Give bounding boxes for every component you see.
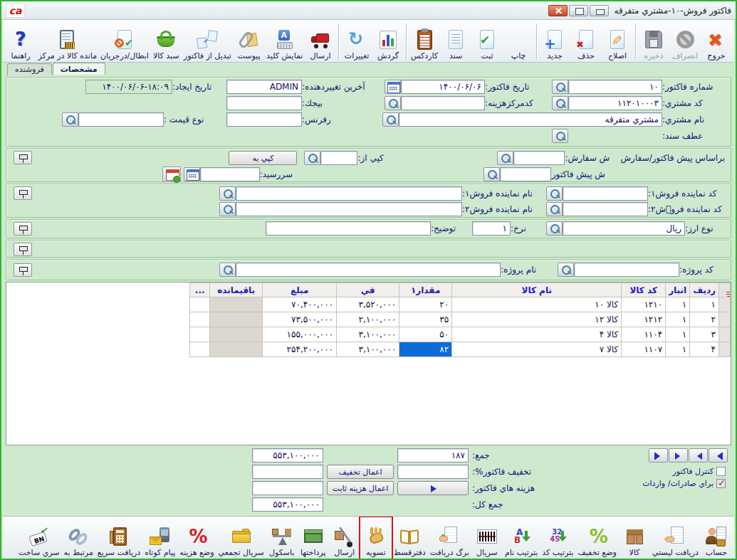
project-name-search-icon[interactable] — [219, 263, 236, 277]
cell-item-name[interactable]: کالا ۴ — [452, 327, 622, 342]
cell-warehouse[interactable]: ۱ — [666, 297, 690, 312]
toolbar-kardex[interactable]: کاردکس — [409, 21, 440, 62]
note-field[interactable] — [266, 221, 431, 236]
toolbar-sms[interactable]: پيام کوتاه — [142, 517, 177, 559]
minimize-button[interactable] — [590, 5, 609, 16]
project-name-field[interactable] — [236, 263, 501, 277]
rep2-name-search-icon[interactable] — [219, 202, 236, 216]
toolbar-void-inprogress[interactable]: ابطال/درجريان — [99, 21, 151, 62]
first-record-button[interactable] — [709, 448, 728, 463]
customer-name-field[interactable]: مشتري متفرقه — [399, 112, 662, 127]
toolbar-cancel[interactable]: انصراف — [669, 21, 701, 62]
cell-more[interactable] — [190, 327, 210, 342]
cell-unit-price[interactable]: ۳,۵۲۰,۰۰۰ — [337, 297, 399, 312]
cell-warehouse[interactable]: ۱ — [666, 327, 690, 342]
cell-item-name[interactable]: کالا ۷ — [452, 342, 622, 357]
filter-icon[interactable] — [719, 283, 731, 297]
cell-more[interactable] — [190, 312, 210, 327]
rep1-name-search-icon[interactable] — [219, 186, 236, 201]
proforma-no-search-icon[interactable] — [484, 167, 500, 181]
due-date-schedule-icon[interactable] — [162, 167, 181, 182]
cell-more[interactable] — [190, 342, 210, 357]
cell-qty-selected[interactable]: ۸۲ — [399, 342, 452, 357]
pin-icon[interactable] — [14, 186, 32, 200]
toolbar-discount-status[interactable]: وضع تخفيف — [575, 517, 618, 559]
currency-field[interactable]: ريال — [563, 221, 685, 236]
toolbar-dispatch[interactable]: ارسال — [329, 517, 360, 559]
pin-icon[interactable] — [14, 151, 32, 164]
invoice-no-search-icon[interactable] — [552, 80, 568, 94]
toolbar-exit[interactable]: خروج — [701, 21, 732, 62]
invoice-no-field[interactable]: ۱۰ — [568, 80, 662, 94]
toolbar-quick-receive[interactable]: دريافت سريع — [95, 517, 142, 559]
cell-qty[interactable]: ۵۰ — [399, 327, 452, 342]
proforma-no-field[interactable] — [500, 167, 551, 181]
cell-more[interactable] — [190, 297, 210, 312]
cell-amount[interactable]: ۱۵۵,۰۰۰,۰۰۰ — [263, 327, 337, 342]
cell-warehouse[interactable]: ۱ — [666, 342, 690, 357]
toolbar-payments[interactable]: پرداختها — [298, 517, 329, 559]
project-code-search-icon[interactable] — [558, 263, 574, 277]
cell-unit-price[interactable]: ۲,۱۰۰,۰۰۰ — [337, 312, 399, 327]
toolbar-installment-book[interactable]: دفترقسط — [392, 517, 428, 559]
toolbar-receipt-sheet[interactable]: برگ دريافت — [428, 517, 471, 559]
due-date-field[interactable] — [200, 167, 260, 181]
cell-item-code[interactable]: ۱۱۰۴ — [622, 327, 666, 342]
toolbar-list-receive[interactable]: دريافت ليستي — [650, 517, 701, 559]
apply-discount-button[interactable]: اعمال تخفيف — [327, 465, 394, 479]
cell-qty[interactable]: ۲۰ — [399, 297, 452, 312]
cost-center-search-icon[interactable] — [385, 96, 401, 110]
toolbar-changes[interactable]: تغييرات — [341, 21, 372, 62]
discount-amount-field[interactable] — [252, 465, 323, 479]
cell-row[interactable]: ۳ — [690, 327, 719, 342]
apply-fixed-cost-button[interactable]: اعمال هزينه ثابت — [327, 481, 394, 495]
tab-specifications[interactable]: مشخصات — [53, 63, 105, 75]
toolbar-circulation[interactable]: گردش — [372, 21, 404, 62]
rep1-name-field[interactable] — [236, 186, 462, 201]
toolbar-document[interactable]: سند — [440, 21, 471, 62]
pin-icon[interactable] — [14, 243, 32, 256]
toolbar-stock-balance[interactable]: مانده کالا در مرکز — [36, 21, 99, 62]
price-type-search-icon[interactable] — [62, 112, 78, 127]
toolbar-related-to[interactable]: مرتبط به — [62, 517, 95, 559]
invoice-costs-button[interactable] — [397, 481, 469, 495]
customer-name-search-icon[interactable] — [382, 112, 399, 127]
toolbar-submit[interactable]: ثبت — [471, 21, 503, 62]
cell-row[interactable]: ۲ — [690, 312, 719, 327]
toolbar-send[interactable]: ارسال — [305, 21, 336, 62]
invoice-date-field[interactable]: ۱۴۰۰/۰۶/۰۶ — [401, 80, 485, 94]
cell-amount[interactable]: ۷۰,۴۰۰,۰۰۰ — [263, 297, 337, 312]
bijak-field[interactable] — [226, 96, 302, 110]
rate-field[interactable]: ۱ — [472, 221, 511, 236]
cell-item-name[interactable]: کالا ۱۰ — [452, 297, 622, 312]
toolbar-settlement[interactable]: تسويه — [360, 517, 392, 559]
copy-to-button[interactable]: کپي به — [229, 151, 297, 165]
last-record-button[interactable] — [649, 448, 668, 463]
toolbar-sort-by-code[interactable]: بترتيب کد — [540, 517, 575, 559]
cell-qty[interactable]: ۳۵ — [399, 312, 452, 327]
cell-amount[interactable]: ۷۳,۵۰۰,۰۰۰ — [263, 312, 337, 327]
toolbar-print[interactable]: چاپ — [503, 21, 534, 62]
toolbar-show-key[interactable]: نمايش کليد — [264, 21, 305, 62]
costs-amount-field[interactable] — [252, 481, 323, 495]
toolbar-save[interactable]: ذخيره — [638, 21, 669, 62]
toolbar-weighbridge[interactable]: باسکول — [266, 517, 298, 559]
discount-percent-field[interactable] — [397, 465, 469, 479]
rep2-code-search-icon[interactable] — [546, 202, 563, 216]
toolbar-delete[interactable]: حذف — [570, 21, 602, 62]
rep2-name-field[interactable] — [236, 202, 462, 216]
rep1-code-search-icon[interactable] — [546, 186, 563, 201]
invoice-control-checkbox[interactable] — [716, 467, 726, 476]
cost-center-field[interactable] — [401, 96, 485, 110]
cell-unit-price[interactable]: ۳,۱۰۰,۰۰۰ — [337, 327, 399, 342]
toolbar-edit[interactable]: اصلاح — [602, 21, 633, 62]
cell-item-name[interactable]: کالا ۱۲ — [452, 312, 622, 327]
rep2-code-field[interactable] — [563, 202, 648, 216]
cell-row[interactable]: ۴ — [690, 342, 719, 357]
cell-item-code[interactable]: ۱۱۰۷ — [622, 342, 666, 357]
invoice-date-calendar-icon[interactable] — [385, 80, 401, 94]
copy-from-field[interactable] — [320, 151, 357, 165]
maximize-button[interactable] — [569, 5, 588, 16]
pin-icon[interactable] — [14, 222, 32, 236]
toolbar-goods[interactable]: کالا — [619, 517, 650, 559]
